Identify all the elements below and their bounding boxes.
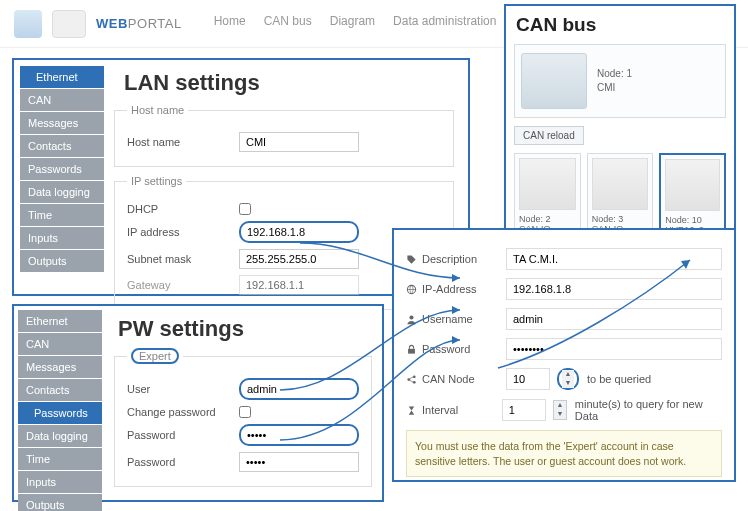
details-pass-input[interactable]	[506, 338, 722, 360]
sidebar2-item-outputs[interactable]: Outputs	[18, 494, 102, 511]
lan-sidebar: Ethernet CAN Messages Contacts Passwords…	[20, 66, 104, 273]
gateway-label: Gateway	[127, 279, 229, 291]
lan-title: LAN settings	[124, 70, 468, 96]
user-label: User	[127, 383, 229, 395]
gateway-input[interactable]	[239, 275, 359, 295]
device-small-icon	[592, 158, 649, 210]
expert-legend: Expert	[127, 350, 183, 362]
chevron-down-icon[interactable]: ▼	[554, 410, 566, 419]
expert-fieldset: Expert User Change password Password Pas…	[114, 350, 372, 487]
nav-home[interactable]: Home	[214, 14, 246, 34]
nav-diagram[interactable]: Diagram	[330, 14, 375, 34]
hostname-legend: Host name	[127, 104, 188, 116]
details-user-input[interactable]	[506, 308, 722, 330]
sidebar-item-outputs[interactable]: Outputs	[20, 250, 104, 273]
sidebar2-item-passwords[interactable]: Passwords	[18, 402, 102, 425]
hourglass-icon	[406, 405, 417, 416]
can-main-line2: CMI	[597, 81, 632, 95]
chevron-up-icon[interactable]: ▲	[554, 401, 566, 410]
cannode-stepper[interactable]: ▲▼	[557, 368, 579, 390]
sidebar2-item-contacts[interactable]: Contacts	[18, 379, 102, 402]
ip-legend: IP settings	[127, 175, 186, 187]
sidebar-item-passwords[interactable]: Passwords	[20, 158, 104, 181]
chevron-up-icon[interactable]: ▲	[562, 370, 574, 379]
sidebar2-item-messages[interactable]: Messages	[18, 356, 102, 379]
ip-label: IP address	[127, 226, 229, 238]
sidebar-item-contacts[interactable]: Contacts	[20, 135, 104, 158]
details-user-label: Username	[422, 313, 473, 325]
password2-input[interactable]	[239, 452, 359, 472]
share-icon	[406, 374, 417, 385]
device-thumbnail-icon	[52, 10, 86, 38]
hostname-label: Host name	[127, 136, 229, 148]
can-main-info: Node: 1 CMI	[597, 67, 632, 95]
details-ip-input[interactable]	[506, 278, 722, 300]
user-input[interactable]	[239, 378, 359, 400]
can-main-device[interactable]: Node: 1 CMI	[514, 44, 726, 118]
subnet-input[interactable]	[239, 249, 359, 269]
brand-portal: PORTAL	[128, 16, 182, 31]
password-label: Password	[127, 429, 229, 441]
details-ip-label: IP-Address	[422, 283, 476, 295]
lock-icon	[406, 344, 417, 355]
dhcp-label: DHCP	[127, 203, 229, 215]
brand-logo-icon	[14, 10, 42, 38]
can-main-line1: Node: 1	[597, 67, 632, 81]
pw-title: PW settings	[118, 316, 382, 342]
sidebar2-label-passwords: Passwords	[26, 405, 96, 421]
pw-settings-panel: Ethernet CAN Messages Contacts Passwords…	[12, 304, 384, 502]
desc-label: Description	[422, 253, 477, 265]
sidebar2-item-can[interactable]: CAN	[18, 333, 102, 356]
tag-icon	[406, 254, 417, 265]
svg-point-1	[409, 315, 413, 319]
details-node-label: CAN Node	[422, 373, 475, 385]
hostname-input[interactable]	[239, 132, 359, 152]
interval-input[interactable]	[502, 399, 546, 421]
chevron-down-icon[interactable]: ▼	[562, 379, 574, 388]
device-large-icon	[521, 53, 587, 109]
hostname-fieldset: Host name Host name	[114, 104, 454, 167]
user-icon	[406, 314, 417, 325]
subnet-label: Subnet mask	[127, 253, 229, 265]
brand-text: WEBPORTAL	[96, 16, 182, 31]
nav-canbus[interactable]: CAN bus	[264, 14, 312, 34]
expert-note: You must use the data from the 'Expert' …	[406, 430, 722, 477]
password2-label: Password	[127, 456, 229, 468]
brand-web: WEB	[96, 16, 128, 31]
sidebar2-item-time[interactable]: Time	[18, 448, 102, 471]
sidebar-item-datalogging[interactable]: Data logging	[20, 181, 104, 204]
sidebar-item-ethernet[interactable]: Ethernet	[20, 66, 104, 89]
can-card1-line1: Node: 3	[592, 214, 649, 224]
can-reload-button[interactable]: CAN reload	[514, 126, 584, 145]
sidebar-item-messages[interactable]: Messages	[20, 112, 104, 135]
can-card0-line1: Node: 2	[519, 214, 576, 224]
sidebar-item-inputs[interactable]: Inputs	[20, 227, 104, 250]
sidebar-label-ethernet: Ethernet	[28, 69, 86, 85]
sidebar2-item-datalogging[interactable]: Data logging	[18, 425, 102, 448]
device-small-icon	[519, 158, 576, 210]
details-pass-label: Password	[422, 343, 470, 355]
svg-rect-2	[408, 348, 415, 353]
device-small-icon	[665, 159, 720, 211]
changepw-label: Change password	[127, 406, 229, 418]
can-title: CAN bus	[516, 14, 726, 36]
interval-stepper[interactable]: ▲▼	[553, 400, 567, 420]
cannode-suffix: to be queried	[587, 373, 651, 385]
query-details-panel: Description IP-Address Username Password…	[392, 228, 736, 482]
password-input[interactable]	[239, 424, 359, 446]
pw-sidebar: Ethernet CAN Messages Contacts Passwords…	[18, 310, 102, 511]
details-interval-label: Interval	[422, 404, 458, 416]
sidebar-item-time[interactable]: Time	[20, 204, 104, 227]
cannode-input[interactable]	[506, 368, 550, 390]
changepw-checkbox[interactable]	[239, 406, 251, 418]
sidebar2-item-ethernet[interactable]: Ethernet	[18, 310, 102, 333]
desc-input[interactable]	[506, 248, 722, 270]
can-card2-line1: Node: 10	[665, 215, 720, 225]
dhcp-checkbox[interactable]	[239, 203, 251, 215]
sidebar-item-can[interactable]: CAN	[20, 89, 104, 112]
globe-icon	[406, 284, 417, 295]
ip-address-input[interactable]	[239, 221, 359, 243]
nav-data-administration[interactable]: Data administration	[393, 14, 496, 34]
interval-suffix: minute(s) to query for new Data	[575, 398, 722, 422]
sidebar2-item-inputs[interactable]: Inputs	[18, 471, 102, 494]
